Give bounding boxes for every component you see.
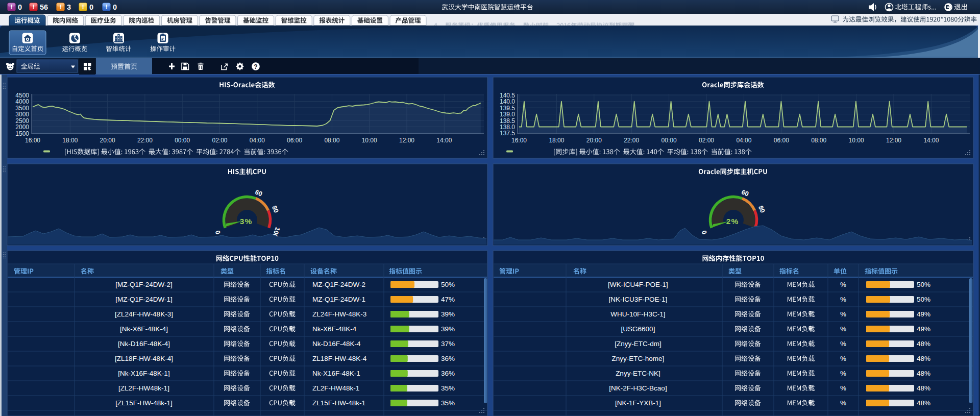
svg-text:48%: 48%	[917, 355, 930, 362]
svg-text:3%: 3%	[240, 217, 252, 226]
svg-text:Znyy-ETC-NK]: Znyy-ETC-NK]	[616, 370, 660, 377]
svg-text:47%: 47%	[441, 296, 455, 303]
svg-text:[ZL2F-HW48k-1]: [ZL2F-HW48k-1]	[118, 384, 169, 392]
svg-text:Znyy-ETC-home]: Znyy-ETC-home]	[612, 355, 665, 362]
svg-text:04:00: 04:00	[250, 137, 265, 144]
svg-text:MZ-Q1F-24DW-1: MZ-Q1F-24DW-1	[312, 296, 365, 303]
svg-text:[ZL18F-HW-48K-4]: [ZL18F-HW-48K-4]	[115, 355, 173, 362]
svg-text:!: !	[32, 3, 34, 11]
svg-text:1500: 1500	[15, 130, 29, 137]
svg-text:!: !	[10, 3, 12, 11]
svg-text:35%: 35%	[441, 384, 455, 392]
svg-text:06:00: 06:00	[287, 137, 302, 144]
svg-text:[WK-ICU4F-POE-1]: [WK-ICU4F-POE-1]	[608, 281, 668, 288]
svg-text:10:00: 10:00	[362, 137, 377, 144]
svg-text:20:00: 20:00	[586, 137, 602, 144]
svg-text:[NK-1F-YXB-1]: [NK-1F-YXB-1]	[615, 399, 661, 407]
svg-text:08:00: 08:00	[324, 137, 339, 144]
svg-text:MZ-Q1F-24DW-2: MZ-Q1F-24DW-2	[312, 281, 365, 288]
svg-text:%: %	[840, 399, 846, 407]
svg-text:50%: 50%	[917, 281, 930, 288]
svg-text:3: 3	[67, 3, 71, 11]
svg-text:Nk-D16F-48K-4: Nk-D16F-48K-4	[312, 340, 361, 348]
svg-text:[MZ-Q1F-24DW-2]: [MZ-Q1F-24DW-2]	[115, 281, 173, 288]
svg-text:%: %	[840, 384, 846, 392]
svg-text:22:00: 22:00	[624, 137, 639, 144]
svg-text:%: %	[840, 281, 846, 288]
svg-text:48%: 48%	[917, 384, 930, 392]
svg-text:35%: 35%	[441, 399, 455, 407]
svg-text:48%: 48%	[917, 340, 930, 348]
svg-text:ZL18F-HW-48K-4: ZL18F-HW-48K-4	[312, 355, 367, 362]
svg-text:00:00: 00:00	[175, 137, 190, 144]
svg-text:[ZL15F-HW-48k-1]: [ZL15F-HW-48k-1]	[115, 399, 173, 407]
svg-text:14:00: 14:00	[436, 137, 452, 144]
svg-text:18:00: 18:00	[549, 137, 564, 144]
svg-text:16:00: 16:00	[25, 137, 40, 144]
svg-text:49%: 49%	[917, 310, 930, 318]
svg-text:37%: 37%	[441, 340, 455, 348]
svg-text:18:00: 18:00	[62, 137, 78, 144]
svg-text:!: !	[59, 3, 61, 11]
svg-text:ZL24F-HW-48K-3: ZL24F-HW-48K-3	[312, 310, 366, 318]
svg-text:16:00: 16:00	[511, 137, 527, 144]
svg-text:08:00: 08:00	[811, 137, 826, 144]
svg-text:36%: 36%	[441, 370, 455, 377]
svg-text:%: %	[840, 296, 846, 303]
svg-text:[Nk-X6F-48K-4]: [Nk-X6F-48K-4]	[120, 325, 168, 333]
svg-text:[MZ-Q1F-24DW-1]: [MZ-Q1F-24DW-1]	[115, 296, 173, 303]
svg-text:50%: 50%	[917, 296, 930, 303]
svg-text:[NK-ICU3F-POE-1]: [NK-ICU3F-POE-1]	[609, 296, 668, 303]
svg-text:%: %	[840, 340, 846, 348]
svg-text:?: ?	[254, 63, 257, 70]
svg-text:WHU-10F-H3C-1]: WHU-10F-H3C-1]	[610, 310, 665, 318]
svg-text:12:00: 12:00	[399, 137, 414, 144]
svg-text:Nk-X16F-48K-1: Nk-X16F-48K-1	[312, 370, 360, 377]
svg-text:48%: 48%	[917, 370, 930, 377]
svg-text:[Nk-X16F-48K-1]: [Nk-X16F-48K-1]	[118, 370, 169, 377]
svg-text:ZL2F-HW48k-1: ZL2F-HW48k-1	[312, 384, 359, 392]
svg-text:12:00: 12:00	[886, 137, 901, 144]
svg-text:02:00: 02:00	[212, 137, 227, 144]
svg-text:!: !	[105, 3, 107, 11]
svg-text:[Znyy-ETC-dm]: [Znyy-ETC-dm]	[615, 340, 662, 348]
svg-text:49%: 49%	[917, 325, 930, 333]
svg-text:00:00: 00:00	[662, 137, 677, 144]
svg-text:[NK-2F-H3C-Bcao]: [NK-2F-H3C-Bcao]	[609, 384, 667, 392]
svg-text:06:00: 06:00	[774, 137, 789, 144]
svg-text:[USG6600]: [USG6600]	[621, 325, 655, 333]
svg-text:10:00: 10:00	[849, 137, 864, 144]
svg-text:20:00: 20:00	[100, 137, 115, 144]
svg-text:22:00: 22:00	[137, 137, 153, 144]
svg-text:50%: 50%	[441, 281, 455, 288]
svg-text:48%: 48%	[917, 399, 930, 407]
svg-text:0: 0	[18, 3, 22, 11]
svg-text:%: %	[840, 370, 846, 377]
svg-text:!: !	[82, 3, 84, 11]
svg-text:04:00: 04:00	[736, 137, 751, 144]
svg-text:ZL15F-HW-48k-1: ZL15F-HW-48k-1	[312, 399, 365, 407]
svg-text:56: 56	[40, 3, 48, 11]
svg-text:%: %	[840, 355, 846, 362]
svg-text:0: 0	[89, 3, 93, 11]
svg-text:02:00: 02:00	[699, 137, 714, 144]
svg-text:[ZL24F-HW-48K-3]: [ZL24F-HW-48K-3]	[115, 310, 173, 318]
svg-text:39%: 39%	[441, 325, 455, 333]
svg-text:%: %	[840, 325, 846, 333]
svg-text:14:00: 14:00	[923, 137, 939, 144]
svg-text:2%: 2%	[726, 217, 739, 226]
svg-text:36%: 36%	[441, 355, 455, 362]
svg-text:%: %	[840, 310, 846, 318]
svg-text:[Nk-D16F-48K-4]: [Nk-D16F-48K-4]	[118, 340, 170, 348]
svg-text:137.5: 137.5	[500, 130, 515, 137]
svg-text:0: 0	[113, 3, 117, 11]
svg-text:39%: 39%	[441, 310, 455, 318]
svg-text:Nk-X6F-48K-4: Nk-X6F-48K-4	[312, 325, 357, 333]
